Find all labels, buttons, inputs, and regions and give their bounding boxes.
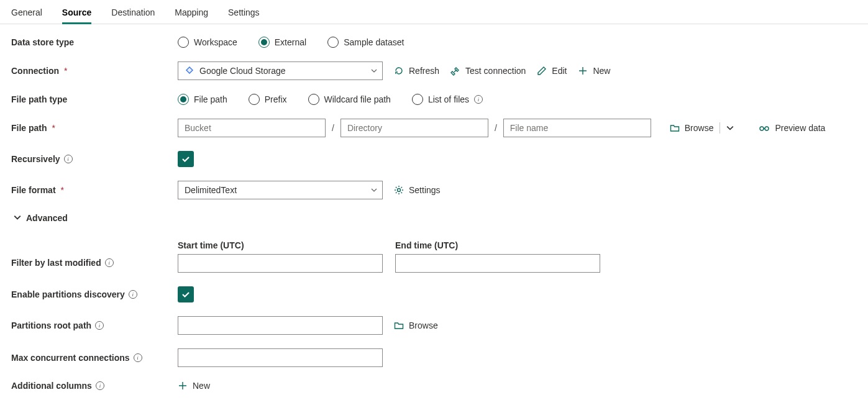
radio-external[interactable]: External xyxy=(258,37,306,48)
info-icon[interactable]: i xyxy=(129,290,137,299)
radio-circle-icon xyxy=(327,37,339,48)
radio-list-of-files[interactable]: List of files i xyxy=(412,94,483,105)
partitions-root-input[interactable] xyxy=(178,316,383,335)
label-recursively: Recursively i xyxy=(11,154,178,164)
tab-destination[interactable]: Destination xyxy=(111,7,155,24)
end-time-label: End time (UTC) xyxy=(395,240,600,250)
path-separator: / xyxy=(332,123,334,133)
radio-label: External xyxy=(275,37,306,47)
radio-wildcard[interactable]: Wildcard file path xyxy=(308,94,391,105)
cloud-storage-icon xyxy=(185,65,194,77)
info-icon[interactable]: i xyxy=(64,155,73,163)
radio-label: Sample dataset xyxy=(344,37,404,47)
label-connection: Connection* xyxy=(11,66,178,76)
browse-label: Browse xyxy=(685,123,714,133)
radio-label: Wildcard file path xyxy=(324,94,391,104)
source-form: Data store type Workspace External Sampl… xyxy=(0,24,868,418)
refresh-icon xyxy=(394,66,404,76)
label-data-store-type: Data store type xyxy=(11,37,178,47)
new-label: New xyxy=(593,66,610,76)
label-file-path-type: File path type xyxy=(11,94,178,104)
folder-icon xyxy=(394,320,404,330)
info-icon[interactable]: i xyxy=(105,258,114,267)
info-icon[interactable]: i xyxy=(134,353,142,362)
format-settings-label: Settings xyxy=(409,185,441,195)
svg-point-3 xyxy=(765,127,769,130)
radio-circle-icon xyxy=(178,37,189,48)
info-icon[interactable]: i xyxy=(96,381,104,390)
connection-value: Google Cloud Storage xyxy=(199,66,286,76)
preview-data-button[interactable]: Preview data xyxy=(759,123,825,133)
radio-circle-icon xyxy=(258,37,270,48)
bucket-input[interactable] xyxy=(178,119,326,137)
radio-label: File path xyxy=(194,94,227,104)
preview-data-label: Preview data xyxy=(775,123,825,133)
refresh-label: Refresh xyxy=(409,66,439,76)
file-format-select[interactable]: DelimitedText xyxy=(178,181,383,199)
connection-select[interactable]: Google Cloud Storage xyxy=(178,61,383,80)
info-icon[interactable]: i xyxy=(95,321,104,330)
plus-icon xyxy=(578,66,588,76)
file-name-input[interactable] xyxy=(503,119,651,137)
radio-sample-dataset[interactable]: Sample dataset xyxy=(327,37,404,48)
test-connection-label: Test connection xyxy=(465,66,526,76)
glasses-icon xyxy=(759,124,770,132)
browse-label: Browse xyxy=(409,320,438,330)
edit-button[interactable]: Edit xyxy=(537,66,567,76)
label-partitions-root: Partitions root path i xyxy=(11,320,178,330)
radio-circle-icon xyxy=(308,94,319,105)
partitions-discovery-checkbox[interactable] xyxy=(178,286,194,302)
radio-label: Workspace xyxy=(194,37,237,47)
new-connection-button[interactable]: New xyxy=(578,66,610,76)
tab-bar: General Source Destination Mapping Setti… xyxy=(0,0,868,24)
path-separator: / xyxy=(495,123,497,133)
radio-label: Prefix xyxy=(265,94,287,104)
chevron-down-icon xyxy=(371,68,377,74)
file-format-value: DelimitedText xyxy=(185,185,237,195)
browse-dropdown[interactable] xyxy=(726,124,734,132)
radio-circle-icon xyxy=(178,94,189,105)
tab-settings[interactable]: Settings xyxy=(228,7,260,24)
label-filter-modified: Filter by last modified i xyxy=(11,240,178,268)
label-file-path: File path* xyxy=(11,123,178,133)
folder-icon xyxy=(670,123,680,133)
radio-file-path[interactable]: File path xyxy=(178,94,227,105)
edit-label: Edit xyxy=(552,66,567,76)
label-partitions-discovery: Enable partitions discovery i xyxy=(11,289,178,299)
radio-circle-icon xyxy=(412,94,423,105)
gear-icon xyxy=(394,185,404,195)
chevron-down-icon xyxy=(726,124,734,132)
new-column-button[interactable]: New xyxy=(178,381,210,391)
recursively-checkbox[interactable] xyxy=(178,151,194,167)
max-concurrent-input[interactable] xyxy=(178,348,383,367)
advanced-toggle[interactable]: Advanced xyxy=(14,213,68,223)
label-additional-columns: Additional columns i xyxy=(11,381,178,391)
start-time-input[interactable] xyxy=(178,254,383,273)
refresh-button[interactable]: Refresh xyxy=(394,66,439,76)
browse-partitions-button[interactable]: Browse xyxy=(394,320,438,330)
info-icon[interactable]: i xyxy=(474,95,483,104)
radio-circle-icon xyxy=(249,94,260,105)
radio-workspace[interactable]: Workspace xyxy=(178,37,237,48)
format-settings-button[interactable]: Settings xyxy=(394,185,441,195)
label-max-concurrent: Max concurrent connections i xyxy=(11,353,178,363)
test-connection-button[interactable]: Test connection xyxy=(450,66,526,76)
plus-icon xyxy=(178,381,188,391)
directory-input[interactable] xyxy=(340,119,488,137)
new-column-label: New xyxy=(193,381,210,391)
tab-mapping[interactable]: Mapping xyxy=(175,7,208,24)
chevron-down-icon xyxy=(14,213,21,223)
plug-icon xyxy=(450,66,460,76)
divider xyxy=(720,122,720,134)
end-time-input[interactable] xyxy=(395,254,600,273)
browse-button[interactable]: Browse xyxy=(670,123,714,133)
chevron-down-icon xyxy=(371,187,377,193)
label-file-format: File format* xyxy=(11,185,178,195)
svg-point-4 xyxy=(398,189,401,192)
pencil-icon xyxy=(537,66,547,76)
tab-source[interactable]: Source xyxy=(62,7,91,24)
svg-point-2 xyxy=(760,127,764,130)
tab-general[interactable]: General xyxy=(11,7,42,24)
radio-prefix[interactable]: Prefix xyxy=(249,94,287,105)
start-time-label: Start time (UTC) xyxy=(178,240,383,250)
